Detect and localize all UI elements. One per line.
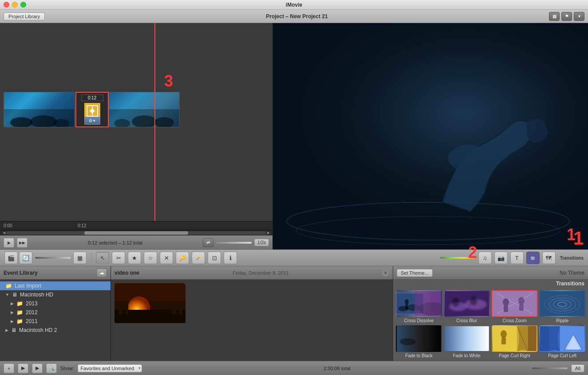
event-library-title: Event Library [4, 270, 38, 276]
svg-rect-26 [405, 304, 408, 309]
info-tool-button[interactable]: ℹ [224, 252, 237, 264]
maximize-button[interactable] [20, 2, 26, 8]
zoom-button[interactable]: 🔍 [46, 363, 57, 373]
audio-detach-icon[interactable]: ⇄ [203, 238, 213, 247]
macintosh-hd-2-icon: 🖥 [11, 327, 16, 333]
filter-slider[interactable] [532, 367, 568, 369]
scrollbar-thumb[interactable] [84, 231, 188, 235]
annotation-3: 3 [164, 72, 173, 91]
disclosure-arrow-mac-hd-2: ▶ [5, 328, 8, 332]
speed-button[interactable]: 1/2s [254, 239, 269, 246]
disclosure-arrow-2013: ▶ [11, 301, 14, 306]
macintosh-hd-label: Macintosh HD [20, 292, 53, 298]
svg-point-55 [500, 330, 506, 338]
magic-tool-button[interactable]: 🪄 [192, 252, 205, 264]
add-button[interactable]: + [4, 363, 14, 373]
flag-icon[interactable]: ⚑ [561, 12, 572, 21]
play-selection-button[interactable]: ▶ [32, 363, 43, 373]
transition-block[interactable]: 0:12 ⚙ ▾ [75, 92, 109, 127]
transition-ripple[interactable]: Ripple [539, 290, 585, 324]
transitions-icon[interactable]: ≋ [526, 252, 540, 264]
scroll-right-icon[interactable]: ▶ [266, 231, 271, 235]
unfavorite-tool-button[interactable]: ☆ [144, 252, 157, 264]
scroll-left-icon[interactable]: ◀ [2, 231, 6, 235]
trim-tool-button[interactable]: ✂ [112, 252, 125, 264]
transition-preview-cross-blur [444, 290, 490, 317]
transition-page-curl-right[interactable]: Page Curl Right [492, 325, 538, 359]
transition-label-cross-blur: Cross Blur [456, 318, 477, 324]
event-close-button[interactable]: ✕ [382, 269, 389, 276]
transition-cross-blur[interactable]: Cross Blur [444, 290, 490, 324]
maps-icon[interactable]: 🗺 [542, 252, 556, 264]
film-silhouette-2 [109, 109, 179, 127]
keyword-tool-button[interactable]: 🔑 [176, 252, 189, 264]
transition-label-fade-white: Fade to White [453, 353, 480, 359]
transition-label-ripple: Ripple [556, 318, 568, 324]
transition-preview-fade-white [444, 325, 490, 352]
photos-tool-button[interactable]: 🔄 [19, 252, 32, 264]
event-thumbnail[interactable] [114, 283, 185, 323]
event-item-macintosh-hd[interactable]: ▼ 🖥 Macintosh HD [0, 290, 110, 299]
view-mode-icon[interactable]: ▦ [549, 12, 560, 21]
film-clip-2[interactable] [109, 92, 180, 127]
icloud-icon[interactable]: ☁ [96, 268, 107, 277]
event-list: 📁 Last Import ▼ 🖥 Macintosh HD ▶ 📁 2013 … [0, 280, 110, 361]
transition-cross-dissolve[interactable]: Cross Dissolve [396, 290, 442, 324]
svg-rect-20 [172, 304, 177, 314]
select-tool-button[interactable]: ↖ [96, 252, 109, 264]
transition-cross-zoom[interactable]: Cross Zoom [492, 290, 538, 324]
timeline-scrollbar[interactable]: ◀ ▶ [0, 230, 272, 235]
transition-settings-icon[interactable]: ⚙ ▾ [84, 117, 100, 125]
svg-rect-21 [179, 306, 182, 314]
minimize-button[interactable] [12, 2, 18, 8]
svg-point-8 [132, 115, 157, 127]
svg-rect-19 [126, 303, 128, 314]
dropdown-arrow-icon[interactable]: ▾ [574, 12, 584, 21]
close-button[interactable] [4, 2, 9, 8]
svg-rect-59 [540, 325, 549, 352]
svg-rect-50 [445, 326, 489, 352]
photo-icon[interactable]: 📷 [494, 252, 508, 264]
set-theme-button[interactable]: Set Theme... [397, 269, 433, 277]
crop-tool-button[interactable]: ⊡ [208, 252, 221, 264]
transition-fade-white[interactable]: Fade to White [444, 325, 490, 359]
event-item-2011[interactable]: ▶ 📁 2011 [0, 317, 110, 326]
audio-icon[interactable]: ♫ [478, 252, 492, 264]
filmstrip-icon[interactable]: ▦ [73, 252, 87, 264]
zoom-slider[interactable] [216, 242, 252, 244]
project-library-button[interactable]: Project Library [4, 12, 45, 20]
svg-point-39 [502, 298, 509, 306]
cross-dissolve-inner [397, 291, 441, 316]
folder-2012-icon: 📁 [16, 309, 23, 316]
event-item-macintosh-hd-2[interactable]: ▶ 🖥 Macintosh HD 2 [0, 326, 110, 335]
all-button[interactable]: All [571, 364, 584, 372]
show-select-wrapper[interactable]: Favorites and Unmarked All Clips Favorit… [78, 364, 142, 372]
svg-point-1 [30, 115, 57, 127]
event-item-last-import[interactable]: 📁 Last Import [0, 281, 110, 290]
play-button[interactable]: ▶ [4, 238, 14, 248]
bottom-section: Event Library ☁ 📁 Last Import ▼ 🖥 Macint… [0, 266, 588, 361]
favorite-tool-button[interactable]: ★ [128, 252, 141, 264]
reject-tool-button[interactable]: ✕ [160, 252, 173, 264]
thumb-video-preview [114, 283, 185, 323]
playback-bar: ▶ ▶▶ 0:12 selected – 1:12 total ⇄ 1/2s [0, 235, 272, 249]
transition-preview-page-curl-right [492, 325, 538, 352]
title-icon[interactable]: T [510, 252, 524, 264]
event-item-2013[interactable]: ▶ 📁 2013 [0, 299, 110, 308]
event-item-2012[interactable]: ▶ 📁 2012 [0, 308, 110, 317]
event-content [111, 280, 393, 361]
show-select[interactable]: Favorites and Unmarked All Clips Favorit… [78, 364, 142, 372]
play-bottom-button[interactable]: ▶ [18, 363, 28, 373]
transition-label-cross-dissolve: Cross Dissolve [404, 318, 434, 324]
macintosh-hd-icon: 🖥 [12, 292, 17, 298]
scrollbar-track[interactable] [6, 231, 266, 235]
events-tool-button[interactable]: 🎬 [4, 252, 18, 264]
film-clip-1[interactable] [4, 92, 75, 127]
transitions-panel-label: Transitions [560, 256, 584, 261]
timeline-canvas[interactable]: 3 [0, 23, 272, 221]
clip-size-slider[interactable] [35, 257, 71, 259]
transition-fade-black[interactable]: Fade to Black [396, 325, 442, 359]
play-fullscreen-button[interactable]: ▶▶ [17, 238, 28, 248]
transitions-panel: Set Theme... No Theme Transitions 2 [393, 266, 588, 361]
transition-page-curl-left[interactable]: Page Curl Left [539, 325, 585, 359]
